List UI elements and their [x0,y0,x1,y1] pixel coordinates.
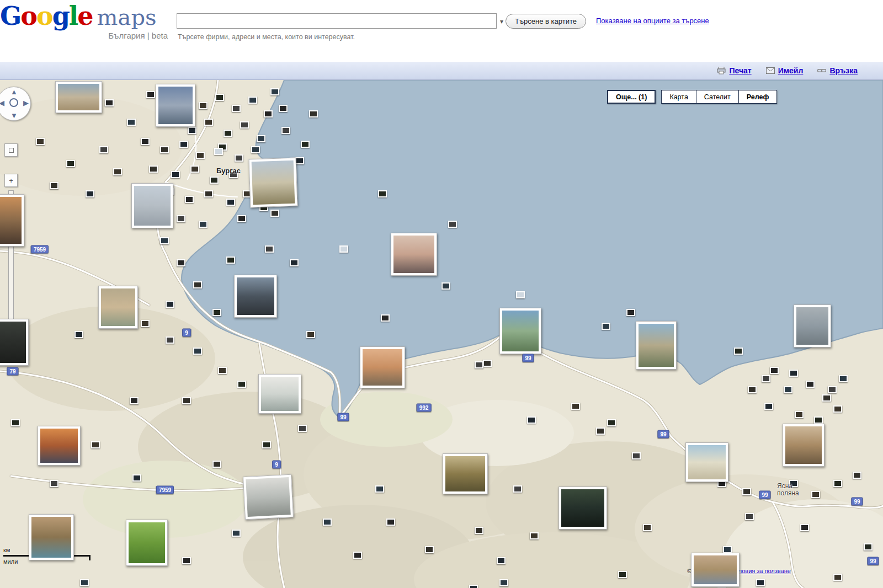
photo-marker[interactable] [212,461,221,468]
photo-thumbnail[interactable] [391,233,437,276]
photo-marker[interactable] [833,480,842,487]
photo-thumbnail[interactable] [98,286,138,329]
photo-marker[interactable] [232,530,241,537]
photo-marker[interactable] [80,579,89,586]
pan-right-icon[interactable]: ▶ [23,99,29,107]
photo-marker[interactable] [499,579,508,586]
photo-marker[interactable] [762,375,770,382]
photo-thumbnail[interactable] [443,453,488,494]
photo-marker[interactable] [864,543,873,550]
photo-thumbnail[interactable] [691,553,740,587]
photo-marker[interactable] [789,370,798,377]
photo-marker[interactable] [130,397,139,404]
photo-marker[interactable] [806,381,815,388]
photo-marker[interactable] [199,102,208,109]
photo-thumbnail[interactable] [38,426,81,466]
search-maps-button[interactable]: Търсене в картите [506,14,586,29]
map-canvas[interactable]: Още... (1)КартаСателитРелеф ▲ ▼ ◀ ▶ + − … [0,80,883,588]
road-badge[interactable]: 99 [337,413,349,421]
photo-marker[interactable] [182,397,191,404]
road-badge[interactable]: 99 [759,491,770,499]
photo-marker[interactable] [742,488,751,495]
photo-marker[interactable] [784,386,792,393]
photo-marker[interactable] [301,141,310,148]
photo-marker[interactable] [795,411,804,418]
photo-marker[interactable] [833,405,842,413]
photo-marker[interactable] [204,119,213,126]
photo-marker[interactable] [232,105,241,112]
photo-marker[interactable] [475,527,483,534]
road-badge[interactable]: 99 [867,557,879,565]
photo-marker[interactable] [91,441,100,448]
photo-marker[interactable] [237,381,246,388]
photo-marker[interactable] [853,472,861,479]
photo-marker[interactable] [734,348,743,355]
photo-thumbnail[interactable] [360,346,405,388]
photo-thumbnail[interactable] [0,319,29,366]
photo-marker[interactable] [212,309,221,316]
photo-marker[interactable] [240,121,249,129]
photo-thumbnail[interactable] [0,194,24,247]
photo-marker[interactable] [190,165,199,173]
photo-thumbnail[interactable] [131,183,173,228]
road-badge[interactable]: 99 [522,354,534,362]
overview-toggle-button[interactable] [4,143,18,157]
photo-marker[interactable] [290,259,299,266]
terms-link[interactable]: Условия за ползване [732,568,791,574]
photo-marker[interactable] [141,138,150,145]
photo-thumbnail[interactable] [783,424,825,467]
photo-marker[interactable] [127,119,136,126]
photo-marker[interactable] [381,314,390,322]
photo-marker[interactable] [770,367,779,374]
photo-marker[interactable] [295,157,304,164]
photo-marker[interactable] [188,127,196,134]
photo-marker-light[interactable] [516,291,525,298]
photo-marker[interactable] [425,546,434,553]
photo-thumbnail[interactable] [558,487,607,530]
photo-marker[interactable] [105,99,114,106]
photo-marker[interactable] [281,127,290,134]
photo-thumbnail[interactable] [685,442,728,482]
photo-marker[interactable] [513,485,522,493]
photo-marker[interactable] [11,419,20,426]
photo-marker[interactable] [386,518,395,526]
photo-marker[interactable] [193,348,202,355]
photo-marker[interactable] [99,146,108,153]
photo-thumbnail[interactable] [499,308,541,354]
photo-marker[interactable] [132,474,141,482]
photo-marker[interactable] [264,110,273,117]
photo-marker[interactable] [166,301,174,308]
photo-marker[interactable] [226,199,235,206]
photo-marker[interactable] [215,94,224,101]
photo-marker[interactable] [279,105,288,112]
zoom-in-button[interactable]: + [4,174,18,187]
photo-marker[interactable] [235,154,243,162]
photo-marker[interactable] [210,177,219,184]
search-input[interactable] [177,13,497,29]
photo-marker[interactable] [177,215,185,222]
photo-thumbnail[interactable] [258,374,301,414]
photo-marker[interactable] [179,141,188,148]
photo-marker[interactable] [166,336,174,344]
search-history-dropdown-icon[interactable]: ▾ [500,18,503,25]
photo-marker[interactable] [224,130,232,137]
photo-marker[interactable] [218,367,227,374]
road-badge[interactable]: 99 [657,430,669,439]
photo-marker[interactable] [270,88,279,95]
photo-marker[interactable] [257,135,265,142]
photo-marker[interactable] [745,513,754,520]
road-badge[interactable]: 7959 [31,245,49,254]
photo-thumbnail[interactable] [794,304,831,348]
map-type-button-релеф[interactable]: Релеф [739,90,778,104]
map-type-button-карта[interactable]: Карта [661,90,696,104]
photo-marker[interactable] [237,215,246,222]
pan-up-icon[interactable]: ▲ [10,88,18,96]
photo-marker[interactable] [497,557,506,564]
photo-marker[interactable] [177,259,185,266]
photo-marker[interactable] [756,579,765,586]
photo-marker[interactable] [149,165,158,173]
road-badge[interactable]: 9 [272,461,281,469]
photo-marker[interactable] [323,518,332,526]
pan-down-icon[interactable]: ▼ [10,111,18,120]
email-link[interactable]: Имейл [766,66,804,75]
